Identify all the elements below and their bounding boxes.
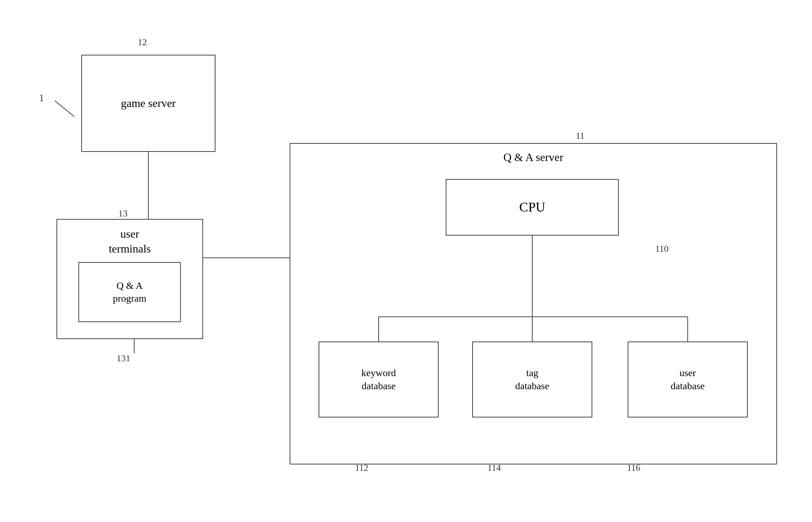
keyword-database-label: keyworddatabase <box>361 367 396 392</box>
qa-program-box: Q & Aprogram <box>78 262 181 322</box>
user-terminals-label: userterminals <box>57 227 202 256</box>
tag-db-number: 114 <box>487 463 501 473</box>
qa-server-box: Q & A server CPU keyworddatabase tagdata… <box>290 143 777 464</box>
user-terminals-number: 13 <box>118 208 128 219</box>
cpu-number: 110 <box>655 244 669 254</box>
qa-program-number: 131 <box>117 353 130 364</box>
game-server-box: game server <box>81 55 215 152</box>
tag-database-box: tagdatabase <box>472 342 592 417</box>
user-database-box: userdatabase <box>628 342 748 417</box>
diagram: 1 12 game server 13 userterminals Q & Ap… <box>0 0 812 522</box>
qa-server-number: 11 <box>576 131 585 141</box>
system-number-label: 1 <box>39 92 44 104</box>
game-server-number: 12 <box>138 37 147 48</box>
svg-line-0 <box>55 101 74 117</box>
keyword-database-box: keyworddatabase <box>319 342 439 417</box>
keyword-db-number: 112 <box>355 463 368 473</box>
cpu-box: CPU <box>446 179 619 236</box>
tag-database-label: tagdatabase <box>515 367 549 392</box>
qa-program-label: Q & Aprogram <box>113 279 147 305</box>
game-server-label: game server <box>121 96 176 111</box>
cpu-label: CPU <box>519 198 545 216</box>
user-terminals-box: userterminals Q & Aprogram <box>57 219 203 339</box>
user-db-number: 116 <box>627 463 640 473</box>
qa-server-title: Q & A server <box>290 150 776 165</box>
user-database-label: userdatabase <box>671 367 705 392</box>
